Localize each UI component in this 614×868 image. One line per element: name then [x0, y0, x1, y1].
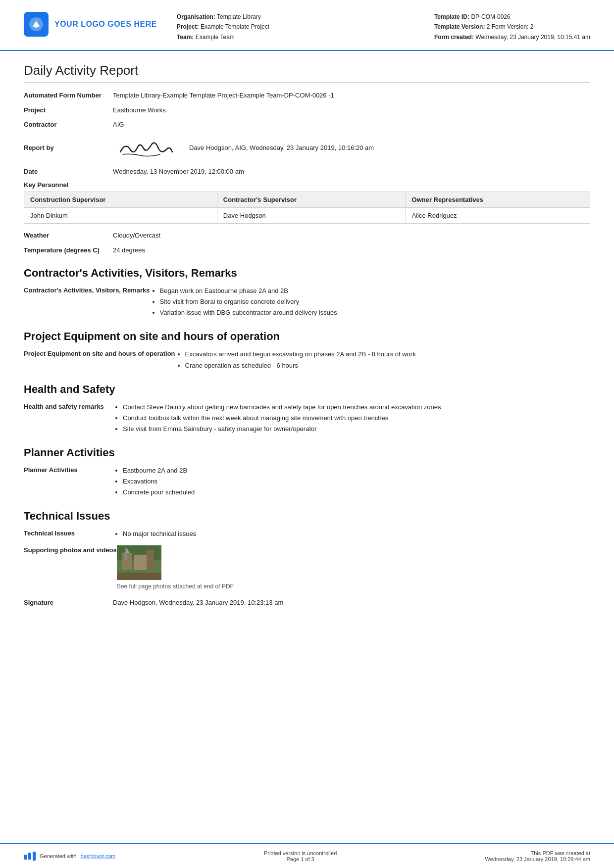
contractors-activities-heading: Contractor's Activities, Visitors, Remar… — [24, 267, 590, 280]
footer-page-number: Page 1 of 3 — [264, 856, 337, 862]
contractors-activities-list: Began work on Eastbourne phase 2A and 2B… — [150, 286, 590, 318]
footer-uncontrolled-text: Printed version is uncontrolled — [264, 850, 337, 856]
page-header: YOUR LOGO GOES HERE Organisation: Templa… — [0, 0, 614, 51]
date-row: Date Wednesday, 13 November 2019, 12:00:… — [24, 167, 590, 177]
automated-form-value: Template Library-Example Template Projec… — [113, 91, 590, 100]
health-safety-list: Contact Steve Daintry about getting new … — [113, 402, 590, 434]
weather-value: Cloudy/Overcast — [113, 231, 590, 241]
project-equipment-heading: Project Equipment on site and hours of o… — [24, 330, 590, 343]
photo-svg — [117, 545, 161, 580]
footer-center: Printed version is uncontrolled Page 1 o… — [264, 850, 337, 862]
planner-activities-label: Planner Activities — [24, 465, 113, 474]
technical-issues-heading: Technical Issues — [24, 510, 590, 523]
svg-point-1 — [34, 23, 39, 28]
footer-pdf-created-date: Wednesday, 23 January 2019, 10:29:44 am — [485, 856, 590, 862]
header-project: Project: Example Template Project — [177, 22, 434, 32]
key-personnel-section: Key Personnel Construction Supervisor Co… — [24, 181, 590, 224]
list-item: Crane operation as scheduled - 6 hours — [185, 360, 590, 371]
header-right: Template ID: DP-COM-0026 Template Versio… — [434, 12, 590, 42]
temperature-value: 24 degrees — [113, 245, 590, 255]
automated-form-row: Automated Form Number Template Library-E… — [24, 91, 590, 100]
header-form-created: Form created: Wednesday, 23 January 2019… — [434, 32, 590, 42]
project-equipment-section: Project Equipment on site and hours of o… — [24, 349, 590, 371]
contractor-value: AIG — [113, 120, 590, 130]
signature-row: Signature Dave Hodgson, Wednesday, 23 Ja… — [24, 598, 590, 608]
footer-logo — [24, 852, 36, 861]
footer-bar-3 — [33, 852, 36, 861]
photos-label: Supporting photos and videos — [24, 545, 117, 555]
planner-activities-list: Eastbourne 2A and 2B Excavations Concret… — [113, 465, 590, 498]
technical-issues-list: No major technical issues — [113, 529, 590, 539]
logo-area: YOUR LOGO GOES HERE — [24, 12, 157, 37]
list-item: Contact Steve Daintry about getting new … — [123, 402, 590, 413]
report-title: Daily Activity Report — [24, 63, 590, 83]
header-template-version: Template Version: 2 Form Version: 2 — [434, 22, 590, 32]
footer-left: Generated with dashpivot.com — [24, 852, 116, 861]
weather-row: Weather Cloudy/Overcast — [24, 231, 590, 241]
health-safety-section: Health and safety remarks Contact Steve … — [24, 402, 590, 434]
svg-rect-7 — [117, 573, 161, 580]
footer-link[interactable]: dashpivot.com — [81, 853, 116, 859]
project-equipment-list: Excavators arrived and begun excavating … — [175, 349, 590, 371]
page-footer: Generated with dashpivot.com Printed ver… — [0, 843, 614, 868]
owner-rep-value: Alice Rodriguez — [406, 208, 590, 224]
table-row: John Dinkum Dave Hodgson Alice Rodriguez — [24, 208, 590, 224]
construction-supervisor-value: John Dinkum — [24, 208, 217, 224]
photos-caption: See full page photos attached at end of … — [117, 582, 234, 591]
footer-generated-text: Generated with — [40, 853, 77, 859]
health-safety-label: Health and safety remarks — [24, 402, 113, 410]
automated-form-label: Automated Form Number — [24, 91, 113, 100]
list-item: Site visit from Emma Sainsbury - safety … — [123, 424, 590, 434]
signature-value: Dave Hodgson, Wednesday, 23 January 2019… — [113, 598, 590, 608]
svg-rect-6 — [147, 550, 154, 570]
photos-area: See full page photos attached at end of … — [117, 545, 234, 591]
list-item: Eastbourne 2A and 2B — [123, 465, 590, 476]
personnel-header-row: Construction Supervisor Contractor's Sup… — [24, 192, 590, 208]
header-organisation: Organisation: Template Library — [177, 12, 434, 22]
list-item: No major technical issues — [123, 529, 590, 539]
planner-activities-section: Planner Activities Eastbourne 2A and 2B … — [24, 465, 590, 498]
contractors-activities-section: Contractor's Activities, Visitors, Remar… — [24, 286, 590, 318]
signature-area-top: Dave Hodgson, AIG, Wednesday, 23 January… — [113, 135, 374, 162]
report-by-label: Report by — [24, 143, 113, 153]
personnel-table: Construction Supervisor Contractor's Sup… — [24, 192, 590, 224]
project-row: Project Eastbourne Works — [24, 105, 590, 115]
footer-pdf-created-label: This PDF was created at — [485, 850, 590, 856]
header-meta: Organisation: Template Library Project: … — [157, 12, 434, 42]
technical-issues-section: Technical Issues No major technical issu… — [24, 529, 590, 539]
header-team: Team: Example Team — [177, 32, 434, 42]
footer-right: This PDF was created at Wednesday, 23 Ja… — [485, 850, 590, 862]
list-item: Excavators arrived and begun excavating … — [185, 349, 590, 360]
report-by-row: Report by Dave Hodgson, AIG, Wednesday, … — [24, 135, 590, 162]
report-by-value: Dave Hodgson, AIG, Wednesday, 23 January… — [189, 143, 374, 153]
logo-icon — [24, 12, 49, 37]
planner-activities-heading: Planner Activities — [24, 446, 590, 459]
signature-svg — [113, 135, 177, 162]
photos-row: Supporting photos and videos — [24, 545, 590, 591]
key-personnel-label: Key Personnel — [24, 181, 590, 189]
photo-image — [117, 545, 161, 580]
header-template-id: Template ID: DP-COM-0026 — [434, 12, 590, 22]
col-owner-representatives: Owner Representatives — [406, 192, 590, 208]
project-value: Eastbourne Works — [113, 105, 590, 115]
signature-label: Signature — [24, 598, 113, 608]
contractor-row: Contractor AIG — [24, 120, 590, 130]
project-equipment-label: Project Equipment on site and hours of o… — [24, 349, 175, 357]
temperature-label: Temperature (degrees C) — [24, 245, 113, 255]
contractor-label: Contractor — [24, 120, 113, 130]
contractors-activities-label: Contractor's Activities, Visitors, Remar… — [24, 286, 150, 294]
list-item: Began work on Eastbourne phase 2A and 2B — [160, 286, 590, 296]
weather-label: Weather — [24, 231, 113, 241]
footer-bar-2 — [28, 853, 31, 860]
list-item: Excavations — [123, 476, 590, 487]
signature-image — [113, 135, 177, 162]
temperature-row: Temperature (degrees C) 24 degrees — [24, 245, 590, 255]
svg-rect-5 — [134, 555, 147, 570]
logo-text: YOUR LOGO GOES HERE — [54, 20, 157, 29]
health-safety-heading: Health and Safety — [24, 383, 590, 396]
date-value: Wednesday, 13 November 2019, 12:00:00 am — [113, 167, 590, 177]
svg-rect-9 — [125, 548, 127, 560]
project-label: Project — [24, 105, 113, 115]
photo-thumbnail — [117, 545, 161, 580]
date-label: Date — [24, 167, 113, 177]
